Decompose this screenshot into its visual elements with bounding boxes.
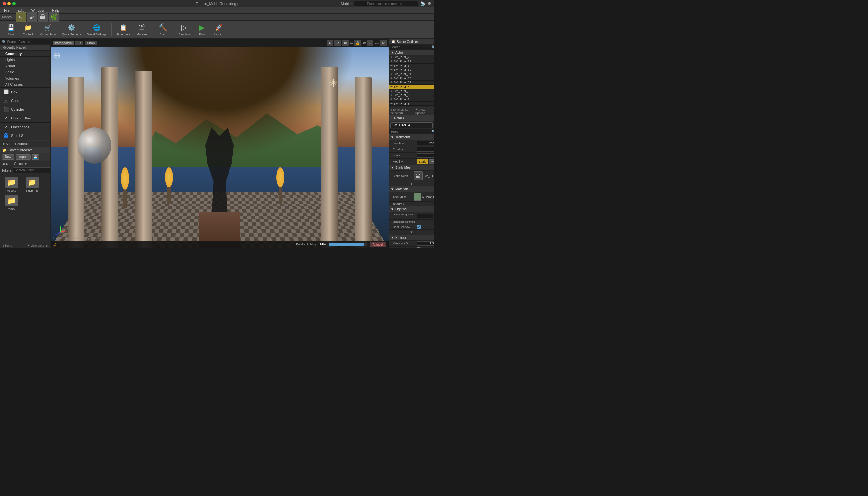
outliner-item-sm-pillar-6[interactable]: 👁 SM_Pillar_6 xyxy=(389,93,434,97)
toolbar-world-settings[interactable]: 🌐 World Settings xyxy=(85,22,109,37)
mesh-expand[interactable]: ▼ xyxy=(389,182,434,186)
lighting-expand[interactable]: ▼ xyxy=(389,230,434,235)
shape-spiral-stair[interactable]: 🌀 Spiral Stair xyxy=(0,131,50,140)
shape-cylinder[interactable]: ⬛ Cylinder xyxy=(0,105,50,114)
minimize-button[interactable] xyxy=(7,2,11,5)
view-options-outliner[interactable]: 👁 View Options xyxy=(415,108,432,114)
toolbar-save[interactable]: 💾 Save xyxy=(3,22,19,37)
toolbar-launch[interactable]: 🚀 Launch xyxy=(211,22,227,37)
subtract-button[interactable]: ● Subtract xyxy=(14,142,29,146)
outliner-item-sm-pillar-5[interactable]: 👁 SM_Pillar_5 xyxy=(389,89,434,93)
add-circle-icon: ● xyxy=(3,142,5,146)
transform-section[interactable]: ▼ Transform xyxy=(389,134,434,140)
cancel-button[interactable]: Cancel xyxy=(370,242,386,247)
toolbar-content[interactable]: 📁 Content xyxy=(20,22,36,37)
mass-input[interactable] xyxy=(417,241,434,246)
nav-dropdown-icon[interactable]: ▼ xyxy=(24,162,27,166)
filters-label[interactable]: Filters xyxy=(2,169,12,172)
vp-angle-icon[interactable]: ∠ xyxy=(367,40,373,46)
category-visual[interactable]: Visual xyxy=(0,63,50,69)
outliner-item-sm-pillar-4[interactable]: 👁 SM_Pillar_4 xyxy=(389,85,434,89)
toolbar-build[interactable]: 🔨 Build xyxy=(155,22,170,37)
static-mesh-section[interactable]: ▼ Static Mesh xyxy=(389,165,434,171)
category-lights[interactable]: Lights xyxy=(0,57,50,63)
vp-grid-icon[interactable]: ⊞ xyxy=(342,40,348,46)
materials-section[interactable]: ▼ Materials xyxy=(389,186,434,192)
outliner-item-sm-pillar-31[interactable]: 👁 SM_Pillar_31 xyxy=(389,72,434,76)
folder-maps[interactable]: 📁 Maps xyxy=(3,195,20,210)
nav-compass[interactable]: ⊕ xyxy=(53,50,61,61)
outliner-item-sm-pillar-38[interactable]: 👁 SM_Pillar_38 xyxy=(389,76,434,80)
override-lightmap-val[interactable] xyxy=(417,214,433,218)
lighting-section[interactable]: ▼ Lighting xyxy=(389,206,434,212)
mobility-static[interactable]: Static xyxy=(417,159,428,164)
shape-box[interactable]: ⬜ Box xyxy=(0,88,50,96)
toolbar-blueprints[interactable]: 📋 Blueprints xyxy=(114,22,133,37)
mode-paint[interactable]: 🖌 xyxy=(27,12,37,22)
viewport[interactable]: Perspective Lit Show ⬇ ⤢ ⊞ 10 🔒 10 ∠ 5/1… xyxy=(51,39,389,248)
recently-placed-header[interactable]: Recently Placed xyxy=(0,45,50,51)
mobility-movable[interactable]: Movable xyxy=(429,159,434,164)
actor-group-arrow[interactable]: ▼ xyxy=(391,51,394,54)
nav-back-icon[interactable]: ◀ xyxy=(2,162,4,166)
override-lightmap-label: Override Light Map Re... xyxy=(393,213,416,219)
selected-actor-name[interactable] xyxy=(390,122,433,128)
add-button[interactable]: ● Add xyxy=(3,142,11,146)
shape-linear-stair[interactable]: ↗ Linear Stair xyxy=(0,123,50,131)
outliner-item-sm-pillar-7[interactable]: 👁 SM_Pillar_7 xyxy=(389,97,434,102)
outliner-search-input[interactable] xyxy=(390,45,431,49)
scale-x[interactable] xyxy=(417,153,434,158)
content-search-input[interactable] xyxy=(13,168,51,173)
outliner-item-sm-pillar-30[interactable]: 👁 SM_Pillar_30 xyxy=(389,68,434,72)
vp-snap-icon[interactable]: 🔒 xyxy=(355,40,361,46)
toolbar-marketplace[interactable]: 🛒 Marketplace xyxy=(37,22,58,37)
lit-button[interactable]: Lit xyxy=(75,41,83,45)
shape-cone[interactable]: △ Cone xyxy=(0,96,50,105)
category-basic[interactable]: Basic xyxy=(0,69,50,75)
outliner-item-sm-pillar-28[interactable]: 👁 SM_Pillar_28 xyxy=(389,55,434,59)
vp-maximize-icon[interactable]: ⤢ xyxy=(334,40,341,46)
lightbulb-center-left xyxy=(162,168,176,204)
mode-select[interactable]: ↖ xyxy=(16,12,26,22)
outliner-item-sm-pillar-8[interactable]: 👁 SM_Pillar_8 xyxy=(389,102,434,106)
maximize-button[interactable] xyxy=(12,2,16,5)
outliner-item-sm-pillar-3[interactable]: 👁 SM_Pillar_3 xyxy=(389,64,434,68)
show-button[interactable]: Show xyxy=(85,41,97,45)
location-x[interactable] xyxy=(417,141,434,145)
shape-curved-stair[interactable]: ↗ Curved Stair xyxy=(0,114,50,123)
folder-assets[interactable]: 📁 Assets xyxy=(3,176,20,192)
toolbar-simulate[interactable]: ▷ Simulate xyxy=(176,22,192,37)
nav-forward-icon[interactable]: ▶ xyxy=(6,162,9,166)
mode-foliage[interactable]: 🌿 xyxy=(49,12,59,22)
toolbar-matinee[interactable]: 🎬 Matinee xyxy=(134,22,149,37)
toolbar-quick-settings[interactable]: ⚙️ Quick Settings xyxy=(59,22,83,37)
new-button[interactable]: New xyxy=(2,154,14,160)
folder-blueprints[interactable]: 📁 Blueprints xyxy=(23,176,41,192)
simulate-physics-checkbox[interactable] xyxy=(417,247,421,248)
vp-settings-icon[interactable]: ⚙ xyxy=(380,40,387,46)
build-label: Build xyxy=(159,33,166,36)
close-button[interactable] xyxy=(3,2,6,5)
toolbar-play[interactable]: ▶ Play xyxy=(194,22,210,37)
outliner-item-sm-pillar-39[interactable]: 👁 SM_Pillar_39 xyxy=(389,80,434,85)
menu-file[interactable]: File xyxy=(3,8,11,13)
perspective-button[interactable]: Perspective xyxy=(52,41,74,45)
physics-section[interactable]: ▼ Physics xyxy=(389,235,434,241)
class-search-input[interactable] xyxy=(7,40,48,44)
outliner-item-sm-pillar-29[interactable]: 👁 SM_Pillar_29 xyxy=(389,59,434,64)
nav-options-icon[interactable]: ⊞ xyxy=(46,162,48,166)
cast-shadow-checkbox[interactable] xyxy=(417,225,421,229)
console-cmd[interactable]: Enter console command... xyxy=(354,1,418,6)
rotation-x[interactable] xyxy=(417,147,434,152)
category-geometry[interactable]: Geometry xyxy=(0,51,50,57)
mode-landscape[interactable]: 🏔 xyxy=(38,12,48,22)
window-controls[interactable] xyxy=(3,2,16,5)
import-button[interactable]: Import xyxy=(16,154,31,160)
view-options-btn[interactable]: 👁 View Options xyxy=(27,244,48,247)
save-all-icon[interactable]: 💾 xyxy=(32,154,39,160)
category-volumes[interactable]: Volumes xyxy=(0,75,50,81)
transform-arrow: ▼ xyxy=(391,135,394,139)
camera-speed-icon[interactable]: ⬇ xyxy=(327,40,333,46)
details-search-input[interactable] xyxy=(390,130,431,134)
category-all-classes[interactable]: All Classes xyxy=(0,81,50,88)
